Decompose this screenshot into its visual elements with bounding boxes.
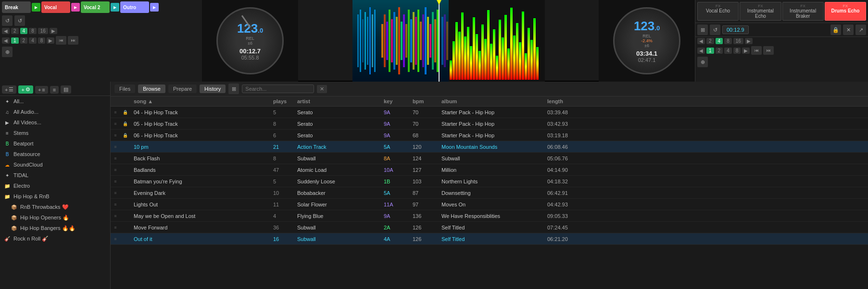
right-cue-4[interactable]: 4 — [724, 48, 732, 54]
right-cue-1-active[interactable]: 1 — [706, 48, 714, 54]
right-cue-right[interactable]: ▶ — [742, 48, 750, 54]
eq-bar — [450, 60, 452, 80]
tab-prepare[interactable]: Prepare — [168, 84, 197, 93]
sidebar-item-rnb-throwbacks[interactable]: 📦 RnB Throwbacks ❤️ — [0, 202, 110, 212]
right-rewind-btn[interactable]: ⏮ — [751, 46, 762, 55]
cue-num-2[interactable]: 2 — [20, 37, 28, 44]
fx-unit-vocal-echo[interactable]: FX Vocal Echo — [697, 2, 739, 21]
sidebar-item-hiphop-bangers[interactable]: 📦 Hip Hop Bangers 🔥🔥 — [0, 223, 110, 233]
search-input[interactable] — [242, 84, 314, 93]
sync-icon[interactable]: ↺ — [2, 15, 13, 26]
th-bpm[interactable]: bpm — [409, 96, 438, 106]
forward-btn[interactable]: ⏭ — [68, 36, 78, 45]
sidebar-item-rock[interactable]: 🎸 Rock n Roll 🎸 — [0, 233, 110, 244]
th-song[interactable]: song ▲ — [130, 96, 269, 106]
sidebar-item-stems[interactable]: ≡ Stems — [0, 128, 110, 138]
sidebar-item-all-audio[interactable]: ♫ All Audio... — [0, 107, 110, 117]
table-row[interactable]: ≡ 🔒 06 - Hip Hop Track 6 Serato 9A 68 St… — [111, 130, 868, 141]
expand-right-panel[interactable]: ↗ — [855, 24, 866, 35]
th-key[interactable]: key — [380, 96, 409, 106]
search-close-btn[interactable]: ✕ — [317, 85, 327, 93]
table-row[interactable]: ≡ Lights Out 11 Solar Flower 11A 97 Move… — [111, 199, 868, 210]
play-vocal2[interactable]: ▶ — [111, 3, 119, 12]
sync2-icon[interactable]: ↺ — [14, 15, 25, 26]
right-nav-8[interactable]: 8 — [724, 38, 732, 44]
th-length[interactable]: length — [543, 96, 582, 106]
add-smart-btn[interactable]: + ⚙ — [18, 85, 33, 94]
nav-num-8[interactable]: 8 — [29, 28, 37, 34]
right-nav-2[interactable]: 2 — [706, 38, 714, 44]
table-row[interactable]: ≡ Move Forward 36 Subwall 2A 126 Self Ti… — [111, 222, 868, 233]
add-list-btn[interactable]: + ≡ — [35, 86, 48, 94]
right-nav-16[interactable]: 16 — [733, 38, 743, 44]
sidebar-item-all-videos[interactable]: ▶ All Videos... — [0, 117, 110, 128]
table-row[interactable]: ≡ 🔒 05 - Hip Hop Track 8 Serato 9A 70 St… — [111, 118, 868, 130]
sidebar-item-hiphop-openers[interactable]: 📦 Hip Hop Openers 🔥 — [0, 212, 110, 223]
fx-unit-instrumental-braker[interactable]: FX Instrumental Braker — [782, 2, 824, 21]
td-key: 9A — [380, 212, 409, 220]
table-row[interactable]: ≡ Evening Dark 10 Bobabacker 5A 87 Downs… — [111, 187, 868, 199]
sidebar-item-beatsource[interactable]: B Beatsource — [0, 149, 110, 159]
eq-bar — [502, 37, 504, 80]
right-panel-icon1[interactable]: ⊞ — [697, 24, 708, 35]
play-vocal[interactable]: ▶ — [71, 3, 80, 12]
lock-right-panel[interactable]: 🔒 — [830, 24, 841, 35]
table-row[interactable]: ≡ Badlands 47 Atomic Load 10A 127 Millio… — [111, 164, 868, 176]
play-outro[interactable]: ▶ — [150, 3, 159, 12]
track-outro: Outro — [120, 1, 149, 13]
right-nav-right1[interactable]: ▶ — [745, 38, 753, 44]
right-cue-left[interactable]: ◀ — [697, 48, 705, 54]
sidebar-item-hiphop[interactable]: 📁 Hip Hop & RnB — [0, 191, 110, 202]
sidebar-item-all[interactable]: ✦ All... — [0, 96, 110, 107]
sidebar-label-beatport: Beatport — [13, 141, 34, 146]
cue-num-4[interactable]: 4 — [29, 37, 37, 44]
play-break[interactable]: ▶ — [32, 3, 40, 12]
sidebar-item-beatport[interactable]: B Beatport — [0, 138, 110, 149]
nav-num-2[interactable]: 2 — [11, 28, 19, 34]
close-right-panel[interactable]: ✕ — [843, 24, 854, 35]
right-cue-2[interactable]: 2 — [716, 48, 723, 54]
right-cue-8[interactable]: 8 — [733, 48, 741, 54]
view-list-btn[interactable]: ▤ — [61, 85, 71, 94]
svg-rect-32 — [434, 19, 436, 62]
effects-icon[interactable]: ⊕ — [2, 47, 13, 57]
tab-files[interactable]: Files — [114, 84, 135, 93]
table-row[interactable]: ≡ Back Flash 8 Subwall 8A 124 Subwall 05… — [111, 153, 868, 164]
rewind-btn[interactable]: ⏮ — [56, 36, 66, 45]
nav-num-4-active[interactable]: 4 — [20, 28, 28, 34]
right-nav-4-active[interactable]: 4 — [716, 38, 723, 44]
td-artist: Subwall — [293, 223, 380, 232]
table-row[interactable]: ≡ Out of it 16 Subwall 4A 126 Self Title… — [111, 233, 868, 245]
tab-history[interactable]: History — [200, 84, 226, 93]
fx-unit-drums-echo[interactable]: FX Drums Echo — [825, 2, 866, 21]
view-grid-btn[interactable]: ≡ — [50, 86, 59, 94]
th-artist[interactable]: artist — [293, 96, 380, 106]
right-nav-left1[interactable]: ◀ — [697, 38, 705, 44]
nav-right-arrow2[interactable]: ▶ — [47, 37, 54, 44]
nav-left-arrow2[interactable]: ◀ — [2, 37, 10, 44]
grid-view-icon[interactable]: ⊞ — [228, 84, 239, 94]
tab-browse[interactable]: Browse — [138, 84, 165, 93]
fx-unit-instrumental-echo[interactable]: FX Instrumental Echo — [740, 2, 781, 21]
td-plays: 4 — [269, 212, 293, 220]
table-row[interactable]: ≡ Batman you're Fying 5 Suddenly Loose 1… — [111, 176, 868, 187]
table-row[interactable]: ≡ May we be Open and Lost 4 Flying Blue … — [111, 210, 868, 222]
add-crate-btn[interactable]: + ☰ — [2, 85, 16, 94]
th-album[interactable]: album — [438, 96, 543, 106]
sidebar-item-electro[interactable]: 📁 Electro — [0, 181, 110, 191]
nav-left-arrow[interactable]: ◀ — [2, 28, 10, 34]
table-row[interactable]: ≡ 🔒 04 - Hip Hop Track 5 Serato 9A 70 St… — [111, 107, 868, 118]
nav-num-16[interactable]: 16 — [38, 28, 48, 34]
sidebar-item-soundcloud[interactable]: ☁ SoundCloud — [0, 159, 110, 170]
nav-right-arrow[interactable]: ▶ — [50, 28, 57, 34]
sidebar-item-tidal[interactable]: ✦ TIDAL — [0, 170, 110, 181]
table-row[interactable]: ≡ 10 pm 21 Action Track 5A 120 Moon Moun… — [111, 141, 868, 153]
cue-num-1-active[interactable]: 1 — [11, 37, 19, 44]
row-drag-icon: ≡ — [111, 156, 120, 161]
th-plays[interactable]: plays — [269, 96, 293, 106]
right-effects-icon[interactable]: ⊕ — [697, 57, 708, 67]
right-forward-btn[interactable]: ⏭ — [763, 46, 774, 55]
cue-num-8[interactable]: 8 — [38, 37, 46, 44]
stems-icon: ≡ — [4, 130, 11, 136]
right-panel-sync[interactable]: ↺ — [710, 24, 720, 35]
